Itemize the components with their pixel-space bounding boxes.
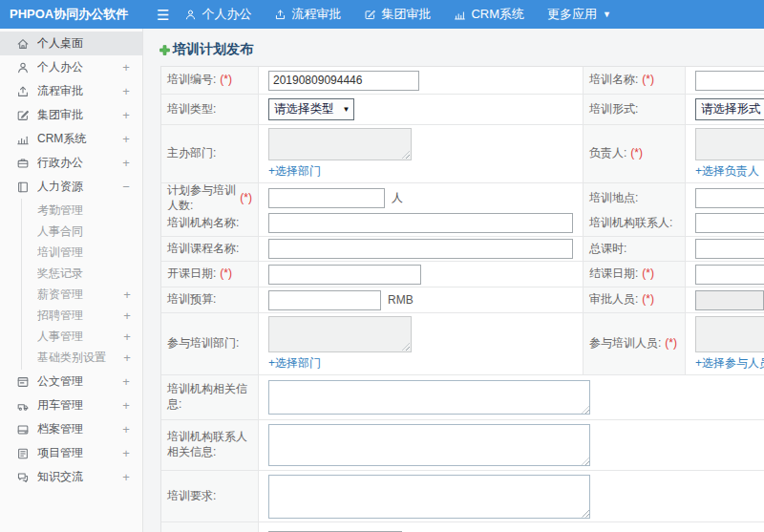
sidebar-item-group-approval[interactable]: 集团审批+ (0, 103, 142, 127)
top-nav-label: 流程审批 (291, 6, 341, 23)
expand-plus-icon[interactable]: + (122, 287, 132, 302)
sidebar-item-archive-management[interactable]: 档案管理+ (0, 417, 142, 441)
form-row: 主办部门:+选择部门负责人:(*)+选择负责人 (161, 125, 764, 183)
attachment-label: 附件文档: (161, 522, 259, 532)
top-nav-crm-system[interactable]: CRM系统 (454, 6, 524, 23)
person-icon (184, 9, 197, 21)
person-icon (16, 61, 30, 74)
sidebar-item-label: 用车管理 (37, 397, 121, 414)
sidebar-item-personal-desktop[interactable]: 个人桌面 (0, 32, 142, 55)
end-date-input[interactable] (695, 265, 764, 285)
host-department-box[interactable] (268, 128, 412, 160)
expand-plus-icon[interactable]: + (121, 422, 131, 436)
sidebar-subitem-label: 基础类别设置 (37, 350, 122, 366)
approver-input[interactable] (695, 290, 764, 310)
top-nav-workflow-approval[interactable]: 流程审批 (274, 6, 341, 23)
field-label-text: 培训机构相关信息: (167, 382, 252, 412)
resize-grip-icon (402, 343, 410, 351)
sidebar-item-vehicle-management[interactable]: 用车管理+ (0, 394, 142, 417)
leader-link[interactable]: +选择负责人 (695, 163, 759, 180)
start-date-input[interactable] (268, 265, 421, 285)
participating-persons-cell: +选择参与人员 (686, 313, 764, 374)
planned-participants-input[interactable] (268, 188, 385, 208)
top-nav-more-apps[interactable]: 更多应用▼ (547, 6, 611, 23)
sidebar-subitem-reward-record[interactable]: 奖惩记录 (22, 263, 142, 284)
form-row: 培训类型:请选择类型▼培训形式:请选择形式▼ (161, 95, 764, 125)
top-nav-group-approval[interactable]: 集团审批 (364, 6, 431, 23)
sidebar-item-knowledge-exchange[interactable]: 知识交流+ (0, 465, 142, 489)
end-date-label: 结课日期:(*) (584, 262, 686, 287)
training-requirements-textarea[interactable] (268, 475, 590, 519)
brand: PHPOA协同办公软件 (0, 6, 149, 23)
expand-plus-icon[interactable]: + (122, 309, 132, 323)
host-department-link[interactable]: +选择部门 (268, 163, 321, 180)
sidebar-subitem-label: 招聘管理 (37, 308, 122, 324)
form-row: 开课日期:(*)结课日期:(*) (161, 262, 764, 287)
sidebar-subitem-personnel[interactable]: 人事管理+ (22, 326, 142, 347)
expand-plus-icon[interactable]: + (121, 398, 131, 413)
approver-label: 审批人员:(*) (584, 287, 686, 312)
sidebar-item-crm-system[interactable]: CRM系统+ (0, 127, 142, 151)
sidebar-subitem-salary[interactable]: 薪资管理+ (22, 284, 142, 305)
institution-info-textarea[interactable] (268, 380, 590, 415)
budget-input[interactable] (268, 290, 381, 310)
sidebar-item-project-management[interactable]: 项目管理+ (0, 441, 142, 465)
hamburger-icon[interactable]: ☰ (157, 8, 169, 22)
institution-contact-info-textarea[interactable] (268, 424, 590, 466)
sidebar-subitem-recruitment[interactable]: 招聘管理+ (22, 305, 142, 326)
leader-box[interactable] (695, 128, 764, 160)
training-no-input[interactable] (268, 71, 419, 91)
expand-plus-icon[interactable]: + (121, 470, 131, 484)
participating-departments-cell: +选择部门 (259, 313, 584, 374)
sidebar: 个人桌面个人办公+流程审批+集团审批+CRM系统+行政办公+人力资源−考勤管理人… (0, 29, 143, 532)
training-location-input[interactable] (695, 188, 764, 208)
sidebar-item-label: 档案管理 (37, 421, 121, 437)
sidebar-item-personal-office[interactable]: 个人办公+ (0, 55, 142, 79)
expand-plus-icon[interactable]: + (121, 446, 131, 460)
expand-plus-icon[interactable]: + (121, 156, 131, 170)
sidebar-item-document-management[interactable]: 公文管理+ (0, 370, 142, 394)
training-requirements-textarea-wrap (268, 475, 590, 519)
budget-unit: RMB (388, 293, 414, 307)
expand-plus-icon[interactable]: + (121, 132, 131, 146)
training-name-label: 培训名称:(*) (584, 67, 686, 94)
expand-plus-icon[interactable]: + (121, 108, 131, 122)
training-name-input[interactable] (695, 71, 764, 91)
sidebar-item-human-resources[interactable]: 人力资源− (0, 175, 142, 199)
sidebar-subitem-basic-category[interactable]: 基础类别设置+ (22, 347, 142, 368)
field-label-text: 培训预算: (167, 292, 216, 308)
chart-icon (16, 133, 30, 146)
sidebar-item-label: 流程审批 (37, 83, 121, 99)
training-form-select[interactable]: 请选择形式▼ (695, 98, 764, 120)
training-type-select[interactable]: 请选择类型▼ (268, 98, 354, 120)
expand-plus-icon[interactable]: + (121, 374, 131, 389)
sidebar-item-label: 人力资源 (37, 179, 121, 195)
expand-plus-icon[interactable]: + (122, 330, 132, 344)
sidebar-item-label: CRM系统 (37, 131, 121, 147)
top-nav-label: CRM系统 (471, 6, 524, 23)
end-date-cell (686, 262, 764, 287)
participating-persons-link[interactable]: +选择参与人员 (695, 355, 764, 372)
institution-contact-input[interactable] (695, 213, 764, 233)
top-nav-personal-office[interactable]: 个人办公 (184, 6, 251, 23)
sidebar-subitem-training[interactable]: 培训管理 (22, 242, 142, 263)
sidebar-item-workflow-approval[interactable]: 流程审批+ (0, 79, 142, 103)
participating-departments-box[interactable] (268, 316, 412, 352)
collapse-minus-icon[interactable]: − (121, 180, 131, 194)
sidebar-subitem-attendance[interactable]: 考勤管理 (22, 200, 142, 221)
participating-departments-link[interactable]: +选择部门 (268, 355, 321, 372)
form-row: 培训机构名称:培训机构联系人: (161, 210, 764, 237)
expand-plus-icon[interactable]: + (121, 84, 131, 98)
institution-info-cell (259, 375, 764, 419)
host-department-cell: +选择部门 (259, 125, 584, 182)
total-hours-input[interactable] (695, 239, 764, 259)
expand-plus-icon[interactable]: + (121, 60, 131, 74)
sidebar-subitem-hr-contract[interactable]: 人事合同 (22, 221, 142, 242)
sidebar-item-administrative-office[interactable]: 行政办公+ (0, 151, 142, 175)
flow-icon (16, 85, 30, 98)
institution-name-input[interactable] (268, 213, 573, 233)
expand-plus-icon[interactable]: + (122, 351, 132, 365)
participating-persons-box[interactable] (695, 316, 764, 352)
training-requirements-label: 培训要求: (161, 471, 259, 521)
course-name-input[interactable] (268, 239, 573, 259)
